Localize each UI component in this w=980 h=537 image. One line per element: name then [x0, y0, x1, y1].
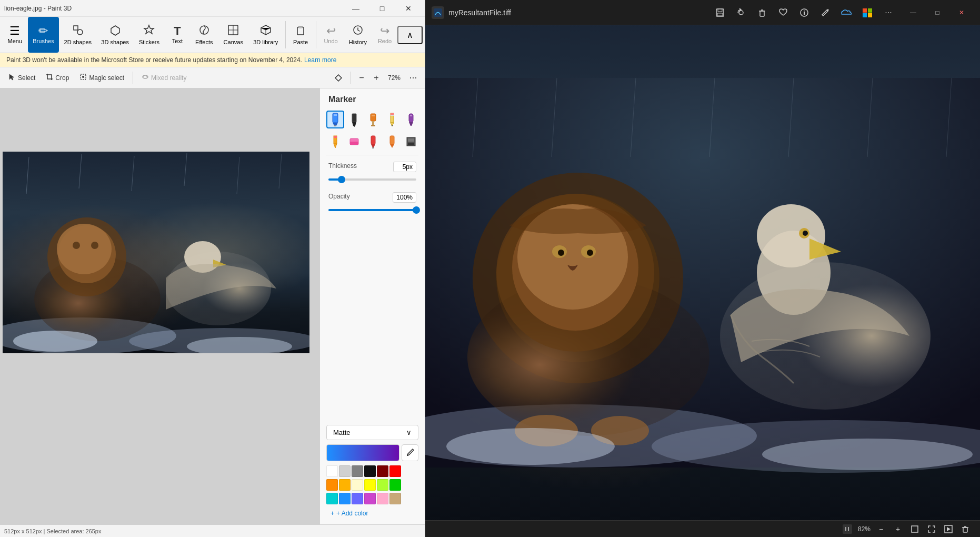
more-options-button[interactable]: ··· — [406, 71, 421, 85]
canvas-button[interactable]: Canvas — [218, 17, 248, 53]
canvas-artwork — [3, 152, 309, 353]
square-brush-icon — [405, 136, 417, 147]
viewer-zoom-out-button[interactable]: − — [875, 523, 887, 535]
svg-rect-69 — [717, 13, 723, 16]
viewer-save-button[interactable] — [712, 4, 728, 21]
text-button[interactable]: T Text — [165, 17, 190, 53]
3dshapes-button[interactable]: 3D shapes — [96, 17, 134, 53]
viewer-delete-button[interactable] — [754, 4, 771, 21]
crop-tool-button[interactable]: Crop — [42, 71, 73, 84]
color-blue[interactable] — [352, 493, 363, 504]
thickness-slider[interactable] — [328, 175, 416, 184]
eyedropper-button[interactable] — [402, 444, 418, 461]
canvas-area[interactable] — [0, 88, 319, 524]
svg-rect-59 — [372, 147, 374, 148]
status-bar: 512px x 512px | Selected area: 265px — [0, 524, 425, 537]
brush-red-marker-button[interactable] — [364, 133, 382, 151]
color-red[interactable] — [389, 465, 401, 477]
viewer-prev-button[interactable] — [841, 523, 854, 535]
brush-oil-button[interactable] — [364, 111, 382, 128]
color-pink[interactable] — [377, 493, 388, 504]
thickness-value[interactable]: 5px — [393, 162, 416, 172]
magic-select-button[interactable]: Magic select — [75, 71, 128, 84]
color-teal[interactable] — [326, 493, 338, 504]
current-color-preview[interactable] — [326, 444, 399, 461]
color-tan[interactable] — [389, 493, 401, 504]
effects-button[interactable]: Effects — [190, 17, 218, 53]
canvas-label: Canvas — [224, 39, 243, 45]
color-orange[interactable] — [326, 479, 338, 491]
viewer-slideshow-button[interactable] — [942, 523, 955, 535]
close-button[interactable]: ✕ — [396, 0, 421, 17]
trash-icon — [757, 8, 767, 17]
viewer-info-button[interactable] — [796, 4, 813, 21]
viewer-fit-button[interactable] — [908, 523, 921, 535]
viewer-delete-status-button[interactable] — [959, 523, 972, 535]
svg-rect-77 — [868, 8, 872, 13]
select-icon — [8, 73, 16, 82]
brush-eraser-pink-button[interactable] — [345, 133, 363, 151]
brush-marker-button[interactable] — [326, 111, 344, 128]
color-amber[interactable] — [339, 479, 351, 491]
chevron-down-icon: ∨ — [406, 429, 412, 436]
viewer-more-button[interactable]: ··· — [880, 4, 897, 21]
color-lightgray[interactable] — [339, 465, 351, 477]
viewer-maximize-button[interactable]: □ — [925, 4, 949, 21]
brush-square-button[interactable] — [402, 133, 420, 151]
2dshapes-button[interactable]: 2D shapes — [59, 17, 96, 53]
learn-more-link[interactable]: Learn more — [304, 56, 336, 64]
shape-select-tool[interactable] — [331, 72, 346, 84]
3dlibrary-button[interactable]: 3D library — [248, 17, 283, 53]
svg-point-101 — [762, 439, 973, 470]
color-darkred[interactable] — [377, 465, 388, 477]
color-lemon[interactable] — [352, 479, 363, 491]
opacity-value[interactable]: 100% — [393, 192, 416, 203]
color-white[interactable] — [326, 465, 338, 477]
viewer-fullscreen-button[interactable] — [925, 523, 938, 535]
viewer-zoom-in-button[interactable]: + — [892, 523, 904, 535]
paste-button[interactable]: Paste — [288, 17, 314, 53]
color-dodgerblue[interactable] — [339, 493, 351, 504]
brush-orange-button[interactable] — [383, 133, 401, 151]
viewer-minimize-button[interactable]: — — [901, 4, 925, 21]
minimize-button[interactable]: — — [344, 0, 368, 17]
menu-button[interactable]: ☰ Menu — [2, 17, 28, 53]
finish-dropdown[interactable]: Matte ∨ — [326, 425, 418, 440]
viewer-close-button[interactable]: ✕ — [949, 4, 974, 21]
mixed-reality-button[interactable]: Mixed reality — [137, 71, 191, 84]
viewer-rotate-button[interactable] — [733, 4, 749, 21]
zoom-in-button[interactable]: + — [370, 72, 383, 84]
maximize-button[interactable]: □ — [370, 0, 394, 17]
brush-crayon-button[interactable] — [326, 133, 344, 151]
viewer-favorite-button[interactable] — [775, 4, 792, 21]
history-button[interactable]: History — [344, 17, 372, 53]
color-yellow[interactable] — [364, 479, 376, 491]
svg-line-27 — [26, 157, 29, 194]
redo-button[interactable]: ↪ Redo — [372, 17, 397, 53]
svg-point-100 — [446, 428, 615, 465]
color-yellowgreen[interactable] — [377, 479, 388, 491]
color-gray[interactable] — [352, 465, 363, 477]
opacity-slider[interactable] — [328, 206, 416, 214]
brush-watercolor-button[interactable] — [402, 111, 420, 128]
stickers-button[interactable]: Stickers — [134, 17, 165, 53]
color-green[interactable] — [389, 479, 401, 491]
viewer-ms365-button[interactable] — [859, 4, 876, 21]
fullscreen-icon — [927, 525, 936, 533]
viewer-onedrive-button[interactable] — [838, 4, 855, 21]
collapse-ribbon-button[interactable]: ∧ — [397, 26, 423, 44]
undo-button[interactable]: ↩ Undo — [318, 17, 344, 53]
add-color-button[interactable]: + + Add color — [326, 506, 418, 520]
3dshapes-icon — [109, 24, 121, 38]
svg-point-21 — [73, 242, 80, 249]
select-tool-button[interactable]: Select — [4, 71, 39, 84]
text-label: Text — [172, 38, 183, 44]
brush-pencil-button[interactable] — [383, 111, 401, 128]
color-black[interactable] — [364, 465, 376, 477]
svg-point-97 — [803, 231, 808, 236]
brush-pen-button[interactable] — [345, 111, 363, 128]
brushes-button[interactable]: ✏ Brushes — [28, 17, 59, 53]
color-purple[interactable] — [364, 493, 376, 504]
viewer-edit-button[interactable] — [817, 4, 834, 21]
zoom-out-button[interactable]: − — [355, 72, 368, 84]
